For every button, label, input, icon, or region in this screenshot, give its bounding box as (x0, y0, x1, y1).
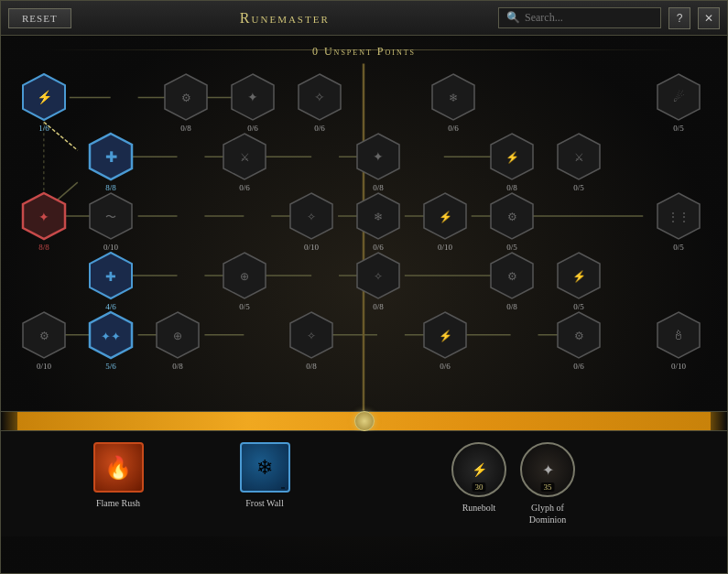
node-label-12: 8/8 (38, 243, 49, 253)
skill-node-4[interactable]: ✧ 0/6 (295, 72, 344, 134)
skill-node-17[interactable]: ⚙ 0/5 (487, 191, 537, 253)
svg-text:⊕: ⊕ (173, 330, 182, 342)
node-label-18: 0/5 (673, 243, 684, 253)
skill-node-8[interactable]: ⚔ 0/6 (220, 132, 269, 193)
svg-text:❄: ❄ (449, 92, 458, 104)
node-label-6: 0/5 (673, 124, 684, 134)
svg-text:⋮⋮: ⋮⋮ (668, 211, 690, 223)
skill-node-15[interactable]: ❄ 0/6 (353, 191, 403, 253)
app-container: Reset Runemaster 🔍 ? ✕ 0 Unspent Points (0, 0, 728, 574)
svg-text:✦: ✦ (38, 211, 49, 224)
node-label-20: 0/5 (239, 302, 250, 312)
skill-node-23[interactable]: ⚡ 0/5 (554, 251, 603, 312)
node-label-8: 0/6 (239, 183, 250, 193)
search-box: 🔍 (498, 7, 661, 28)
skill-node-16[interactable]: ⚡ 0/10 (420, 191, 470, 253)
ability-flame-rush[interactable]: 🔥 Flame Rush (81, 442, 155, 509)
skill-node-12[interactable]: ✦ 8/8 (19, 191, 69, 253)
node-label-24: 0/10 (37, 362, 51, 372)
svg-text:✦✦: ✦✦ (101, 330, 121, 343)
ability-frost-wall-label: Frost Wall (245, 497, 284, 509)
node-label-11: 0/5 (573, 183, 584, 193)
search-icon: 🔍 (506, 11, 520, 25)
ability-runebolt[interactable]: ⚡ 30 Runebolt (442, 442, 516, 514)
svg-text:❄: ❄ (374, 211, 383, 223)
ability-flame-rush-label: Flame Rush (96, 497, 140, 509)
skill-node-5[interactable]: ❄ 0/6 (429, 72, 478, 134)
svg-text:✚: ✚ (105, 149, 117, 165)
node-label-2: 0/8 (180, 124, 191, 134)
node-label-1: 1/6 (38, 124, 49, 134)
node-label-30: 0/10 (671, 362, 686, 372)
search-input[interactable] (525, 11, 653, 25)
node-label-14: 0/10 (304, 243, 319, 253)
node-label-5: 0/6 (448, 124, 459, 134)
ability-runebolt-label: Runebolt (462, 502, 496, 514)
node-label-28: 0/6 (440, 362, 451, 372)
node-label-22: 0/8 (506, 302, 517, 312)
node-label-25: 5/6 (105, 362, 116, 372)
close-button[interactable]: ✕ (698, 7, 720, 29)
skill-node-11[interactable]: ⚔ 0/5 (554, 132, 603, 193)
svg-text:✧: ✧ (307, 330, 316, 342)
skill-node-29[interactable]: ⚙ 0/6 (554, 310, 603, 372)
svg-text:✚: ✚ (105, 270, 116, 284)
skill-node-21[interactable]: ✧ 0/8 (353, 251, 403, 312)
svg-text:✧: ✧ (314, 91, 325, 104)
ability-glyph-dominion-label: Glyph ofDominion (529, 502, 567, 525)
skill-node-28[interactable]: ⚡ 0/6 (420, 310, 470, 372)
svg-text:〜: 〜 (105, 211, 116, 223)
skill-node-30[interactable]: 🕯 0/10 (654, 310, 703, 372)
help-button[interactable]: ? (668, 7, 690, 29)
node-label-16: 0/10 (438, 243, 452, 253)
node-label-26: 0/8 (172, 362, 183, 372)
skill-node-20[interactable]: ⊕ 0/5 (220, 251, 269, 312)
skill-node-7[interactable]: ✚ 8/8 (86, 132, 136, 193)
progress-track (1, 411, 727, 431)
svg-text:⚙: ⚙ (574, 330, 584, 342)
skill-node-1[interactable]: ⚡ 1/6 (19, 72, 69, 134)
svg-text:⊕: ⊕ (240, 270, 249, 283)
svg-text:⚙: ⚙ (181, 92, 191, 104)
skill-node-18[interactable]: ⋮⋮ 0/5 (654, 191, 703, 253)
skill-node-25[interactable]: ✦✦ 5/6 (86, 310, 136, 372)
svg-text:⚔: ⚔ (574, 151, 584, 164)
svg-text:⚡: ⚡ (37, 90, 53, 105)
node-label-21: 0/8 (373, 302, 384, 312)
skill-node-22[interactable]: ⚙ 0/8 (487, 251, 537, 312)
node-label-4: 0/6 (314, 124, 325, 134)
svg-text:⚡: ⚡ (439, 329, 452, 342)
skill-node-14[interactable]: ✧ 0/10 (287, 191, 336, 253)
node-label-29: 0/6 (573, 362, 584, 372)
skill-node-2[interactable]: ⚙ 0/8 (161, 72, 211, 134)
svg-text:⚙: ⚙ (39, 330, 49, 342)
header: Reset Runemaster 🔍 ? ✕ (1, 1, 727, 36)
svg-text:☄: ☄ (673, 90, 685, 104)
skill-node-19[interactable]: ✚ 4/6 (86, 251, 136, 312)
ability-frost-wall[interactable]: ❄ Frost Wall (228, 442, 301, 509)
progress-marker (354, 411, 375, 431)
svg-text:✦: ✦ (373, 150, 384, 164)
page-title: Runemaster (79, 10, 491, 27)
node-label-27: 0/8 (306, 362, 317, 372)
skill-node-9[interactable]: ✦ 0/8 (353, 132, 403, 193)
skill-node-27[interactable]: ✧ 0/8 (287, 310, 336, 372)
svg-text:✦: ✦ (247, 91, 258, 104)
svg-text:✧: ✧ (374, 270, 383, 283)
reset-button[interactable]: Reset (8, 8, 71, 28)
svg-text:🕯: 🕯 (672, 329, 685, 342)
ability-glyph-dominion[interactable]: ✦ 35 Glyph ofDominion (511, 442, 584, 525)
skill-node-26[interactable]: ⊕ 0/8 (153, 310, 202, 372)
svg-text:⚙: ⚙ (507, 270, 517, 283)
svg-text:⚡: ⚡ (572, 269, 586, 283)
skill-node-6[interactable]: ☄ 0/5 (654, 72, 703, 134)
svg-text:⚡: ⚡ (439, 210, 452, 223)
svg-text:⚙: ⚙ (507, 211, 517, 223)
points-bar: 0 Unspent Points (1, 36, 727, 63)
skill-node-3[interactable]: ✦ 0/6 (228, 72, 277, 134)
svg-text:⚡: ⚡ (505, 150, 519, 164)
skill-node-24[interactable]: ⚙ 0/10 (19, 310, 69, 372)
abilities-section: 🔥 Flame Rush ❄ Frost Wall ⚡ 30 Runebolt … (1, 431, 727, 536)
skill-node-13[interactable]: 〜 0/10 (86, 191, 136, 253)
skill-node-10[interactable]: ⚡ 0/8 (487, 132, 537, 193)
